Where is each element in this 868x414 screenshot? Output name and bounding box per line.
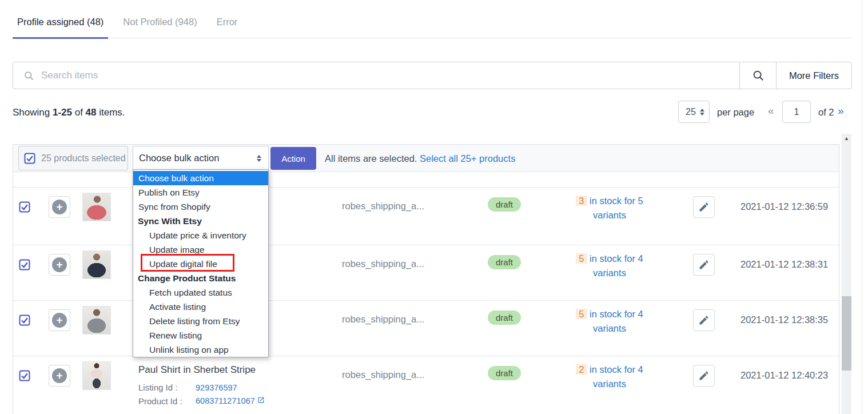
next-page-icon[interactable]: » [838, 105, 844, 117]
select-all-link[interactable]: Select all 25+ products [420, 153, 515, 164]
row-checkbox[interactable] [19, 370, 30, 381]
page-count-label: of 2 [818, 107, 834, 118]
row-checkbox[interactable] [19, 259, 30, 270]
status-badge: draft [488, 310, 521, 325]
stock-link[interactable]: in stock for 4 variants [590, 364, 643, 389]
product-thumbnail[interactable] [82, 361, 111, 390]
selection-info-text: All items are selected. [325, 153, 420, 164]
search-submit-icon [752, 69, 765, 82]
stock-count: 5 [576, 253, 587, 264]
selected-count-chip[interactable]: 25 products selected [18, 146, 128, 170]
vertical-scrollbar[interactable]: ▲ [842, 134, 851, 414]
stock-info: 5 in stock for 4 variants [567, 252, 652, 280]
more-filters-button[interactable]: More Filters [776, 62, 851, 89]
stock-link[interactable]: in stock for 4 variants [590, 253, 643, 278]
expand-row-button[interactable]: + [49, 309, 70, 331]
stock-count: 2 [576, 364, 587, 375]
product-thumbnail[interactable] [82, 193, 111, 221]
pencil-icon [698, 315, 710, 326]
page-number-input[interactable] [782, 101, 811, 123]
external-link-icon [257, 396, 265, 404]
dropdown-item-delete-listing-from-etsy[interactable]: Delete listing from Etsy [133, 314, 268, 328]
tab-not-profiled[interactable]: Not Profiled (948) [118, 7, 201, 38]
expand-row-button[interactable]: + [49, 196, 70, 218]
profile-name: robes_shipping_a... [342, 369, 424, 380]
dropdown-item-renew-listing[interactable]: Renew listing [133, 328, 268, 343]
updated-timestamp: 2021-01-12 12:38:31 [740, 259, 828, 270]
status-badge: draft [488, 255, 521, 269]
profile-name: robes_shipping_a... [342, 201, 424, 212]
search-button[interactable] [739, 62, 776, 89]
search-bar-group: More Filters [13, 62, 852, 89]
table-row: + Paul Shirt in Sherbet Stripe Listing I… [13, 356, 839, 414]
edit-button[interactable] [693, 254, 715, 276]
edit-button[interactable] [693, 196, 715, 218]
dropdown-item-publish-on-etsy[interactable]: Publish on Etsy [133, 185, 268, 200]
search-input[interactable] [41, 70, 739, 81]
tab-profile-assigned[interactable]: Profile assigned (48) [13, 7, 108, 39]
updated-timestamp: 2021-01-12 12:40:23 [740, 370, 828, 381]
expand-row-button[interactable]: + [49, 254, 70, 276]
dropdown-item-unlink-listing-on-app[interactable]: Unlink listing on app [133, 343, 268, 357]
plus-icon: + [52, 313, 67, 328]
product-title: Paul Shirt in Sherbet Stripe [138, 364, 256, 376]
select-all-checkbox[interactable] [24, 153, 35, 164]
dropdown-item-activate-listing[interactable]: Activate listing [133, 300, 268, 314]
stock-count: 5 [576, 309, 587, 319]
scrollbar-up-arrow-icon[interactable]: ▲ [842, 136, 851, 141]
row-checkbox[interactable] [19, 201, 30, 213]
updated-timestamp: 2021-01-12 12:38:35 [740, 315, 828, 325]
action-button[interactable]: Action [270, 147, 316, 170]
dropdown-item-update-digital-file[interactable]: Update digital file [133, 257, 268, 271]
select-spinner-icon [257, 155, 261, 162]
status-badge: draft [488, 366, 521, 380]
plus-icon: + [52, 200, 67, 214]
listing-id-label: Listing Id : [138, 383, 177, 392]
dropdown-item-update-image[interactable]: Update image [133, 242, 268, 257]
stock-count: 3 [576, 196, 587, 206]
product-id-label: Product Id : [138, 396, 182, 406]
profile-name: robes_shipping_a... [342, 258, 424, 269]
results-summary: Showing 1-25 of 48 items. [13, 107, 125, 118]
per-page-select[interactable]: 25 [678, 101, 710, 123]
select-spinner-icon [700, 109, 704, 116]
stock-link[interactable]: in stock for 5 variants [590, 196, 643, 220]
page-edge-divider [862, 0, 862, 414]
dropdown-item-choose-bulk-action[interactable]: Choose bulk action [133, 171, 268, 185]
updated-timestamp: 2021-01-12 12:36:59 [740, 201, 828, 212]
scrollbar-thumb[interactable] [842, 296, 851, 371]
product-thumbnail[interactable] [82, 306, 111, 335]
stock-link[interactable]: in stock for 4 variants [590, 309, 643, 333]
product-id-link[interactable]: 6083711271067 [196, 396, 265, 405]
tab-error[interactable]: Error [212, 7, 242, 38]
selection-info: All items are selected. Select all 25+ p… [325, 145, 515, 172]
stock-info: 2 in stock for 4 variants [567, 363, 652, 391]
dropdown-group-sync-with-etsy: Sync With Etsy [133, 214, 268, 228]
expand-row-button[interactable]: + [49, 365, 70, 387]
bulk-action-dropdown-menu: Choose bulk action Publish on Etsy Sync … [133, 169, 269, 357]
dropdown-item-sync-from-shopify[interactable]: Sync from Shopify [133, 200, 268, 214]
row-checkbox[interactable] [19, 315, 30, 326]
search-icon [23, 70, 34, 81]
per-page-label: per page [717, 107, 754, 118]
pencil-icon [698, 201, 710, 213]
summary-total: 48 [86, 107, 97, 118]
product-thumbnail[interactable] [82, 250, 111, 279]
summary-range: 1-25 [53, 107, 72, 118]
prev-page-icon[interactable]: « [768, 105, 774, 117]
selected-count-label: 25 products selected [41, 153, 126, 164]
search-field-wrap [13, 62, 739, 89]
dropdown-item-update-price-inventory[interactable]: Update price & inventory [133, 228, 268, 242]
bulk-action-select[interactable]: Choose bulk action [133, 146, 269, 170]
profile-name: robes_shipping_a... [342, 314, 424, 325]
pencil-icon [698, 370, 710, 381]
bulk-action-select-value: Choose bulk action [139, 153, 219, 164]
stock-info: 5 in stock for 4 variants [567, 307, 652, 336]
plus-icon: + [52, 257, 67, 272]
listing-id-link[interactable]: 929376597 [196, 383, 237, 392]
edit-button[interactable] [693, 309, 715, 331]
tab-bar: Profile assigned (48) Not Profiled (948)… [13, 7, 852, 38]
bulk-action-bar: 25 products selected Choose bulk action … [13, 145, 839, 172]
dropdown-item-fetch-updated-status[interactable]: Fetch updated status [133, 285, 268, 300]
edit-button[interactable] [693, 365, 715, 387]
